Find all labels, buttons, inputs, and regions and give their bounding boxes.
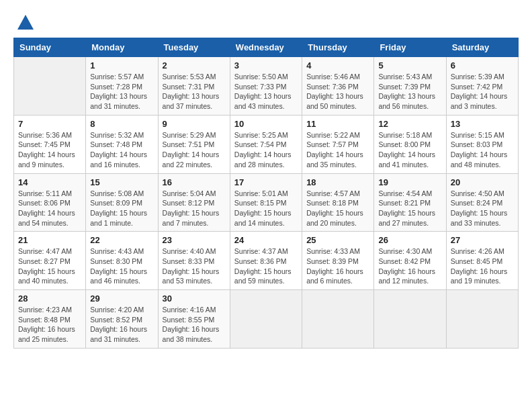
day-number: 14 (18, 177, 81, 187)
calendar-cell: 9Sunrise: 5:29 AM Sunset: 7:51 PM Daylig… (158, 115, 230, 173)
svg-marker-0 (17, 15, 34, 30)
day-info: Sunrise: 4:43 AM Sunset: 8:30 PM Dayligh… (90, 246, 153, 286)
day-info: Sunrise: 5:32 AM Sunset: 7:48 PM Dayligh… (90, 130, 153, 170)
calendar-cell: 18Sunrise: 4:57 AM Sunset: 8:18 PM Dayli… (302, 173, 374, 232)
calendar-cell: 30Sunrise: 4:16 AM Sunset: 8:55 PM Dayli… (158, 290, 230, 349)
calendar-cell: 8Sunrise: 5:32 AM Sunset: 7:48 PM Daylig… (86, 115, 158, 173)
day-info: Sunrise: 4:30 AM Sunset: 8:42 PM Dayligh… (378, 246, 441, 286)
calendar-body: 1Sunrise: 5:57 AM Sunset: 7:28 PM Daylig… (14, 57, 519, 349)
day-info: Sunrise: 4:16 AM Sunset: 8:55 PM Dayligh… (163, 305, 226, 345)
day-number: 2 (163, 60, 226, 71)
day-number: 10 (234, 119, 298, 129)
day-number: 19 (378, 177, 441, 187)
day-header-saturday: Saturday (446, 38, 518, 57)
calendar-cell (446, 290, 518, 349)
day-number: 18 (306, 177, 369, 187)
day-info: Sunrise: 5:15 AM Sunset: 8:03 PM Dayligh… (451, 130, 514, 170)
day-info: Sunrise: 4:20 AM Sunset: 8:52 PM Dayligh… (90, 305, 153, 345)
calendar-cell: 25Sunrise: 4:33 AM Sunset: 8:39 PM Dayli… (302, 232, 374, 290)
day-number: 13 (451, 119, 514, 129)
calendar-cell (14, 57, 86, 116)
calendar-cell: 13Sunrise: 5:15 AM Sunset: 8:03 PM Dayli… (446, 115, 518, 173)
calendar-cell: 19Sunrise: 4:54 AM Sunset: 8:21 PM Dayli… (374, 173, 446, 232)
day-header-thursday: Thursday (302, 38, 374, 57)
calendar-cell (230, 290, 302, 349)
week-row-2: 7Sunrise: 5:36 AM Sunset: 7:45 PM Daylig… (14, 115, 519, 173)
calendar-cell: 7Sunrise: 5:36 AM Sunset: 7:45 PM Daylig… (14, 115, 86, 173)
calendar-cell: 23Sunrise: 4:40 AM Sunset: 8:33 PM Dayli… (158, 232, 230, 290)
day-number: 9 (163, 119, 226, 129)
day-number: 12 (378, 119, 441, 129)
day-info: Sunrise: 5:50 AM Sunset: 7:33 PM Dayligh… (234, 72, 298, 111)
calendar-cell: 5Sunrise: 5:43 AM Sunset: 7:39 PM Daylig… (374, 57, 446, 116)
week-row-5: 28Sunrise: 4:23 AM Sunset: 8:48 PM Dayli… (14, 290, 519, 349)
day-info: Sunrise: 4:50 AM Sunset: 8:24 PM Dayligh… (451, 189, 514, 228)
calendar-cell: 28Sunrise: 4:23 AM Sunset: 8:48 PM Dayli… (14, 290, 86, 349)
calendar-cell: 24Sunrise: 4:37 AM Sunset: 8:36 PM Dayli… (230, 232, 302, 290)
day-number: 27 (451, 235, 514, 245)
day-info: Sunrise: 4:57 AM Sunset: 8:18 PM Dayligh… (306, 189, 369, 228)
day-number: 6 (451, 60, 514, 71)
day-header-friday: Friday (374, 38, 446, 57)
day-info: Sunrise: 4:23 AM Sunset: 8:48 PM Dayligh… (18, 305, 81, 345)
logo (13, 13, 35, 32)
day-header-tuesday: Tuesday (158, 38, 230, 57)
day-info: Sunrise: 5:11 AM Sunset: 8:06 PM Dayligh… (18, 189, 81, 228)
day-number: 11 (306, 119, 369, 129)
day-header-wednesday: Wednesday (230, 38, 302, 57)
calendar-cell: 4Sunrise: 5:46 AM Sunset: 7:36 PM Daylig… (302, 57, 374, 116)
day-number: 7 (18, 119, 81, 129)
day-number: 5 (378, 60, 441, 71)
week-row-3: 14Sunrise: 5:11 AM Sunset: 8:06 PM Dayli… (14, 173, 519, 232)
calendar-cell: 27Sunrise: 4:26 AM Sunset: 8:45 PM Dayli… (446, 232, 518, 290)
week-row-4: 21Sunrise: 4:47 AM Sunset: 8:27 PM Dayli… (14, 232, 519, 290)
day-info: Sunrise: 4:33 AM Sunset: 8:39 PM Dayligh… (306, 246, 369, 286)
day-number: 15 (90, 177, 153, 187)
page-header (13, 13, 519, 32)
week-row-1: 1Sunrise: 5:57 AM Sunset: 7:28 PM Daylig… (14, 57, 519, 116)
day-info: Sunrise: 5:08 AM Sunset: 8:09 PM Dayligh… (90, 189, 153, 228)
day-info: Sunrise: 5:53 AM Sunset: 7:31 PM Dayligh… (163, 72, 226, 111)
day-info: Sunrise: 5:36 AM Sunset: 7:45 PM Dayligh… (18, 130, 81, 170)
day-info: Sunrise: 4:37 AM Sunset: 8:36 PM Dayligh… (234, 246, 298, 286)
day-info: Sunrise: 4:54 AM Sunset: 8:21 PM Dayligh… (378, 189, 441, 228)
day-number: 25 (306, 235, 369, 245)
calendar-cell (302, 290, 374, 349)
day-number: 8 (90, 119, 153, 129)
day-number: 22 (90, 235, 153, 245)
day-info: Sunrise: 5:39 AM Sunset: 7:42 PM Dayligh… (451, 72, 514, 111)
logo-icon (16, 13, 35, 32)
day-header-monday: Monday (86, 38, 158, 57)
day-info: Sunrise: 5:01 AM Sunset: 8:15 PM Dayligh… (234, 189, 298, 228)
day-number: 17 (234, 177, 298, 187)
day-number: 1 (90, 60, 153, 71)
day-number: 3 (234, 60, 298, 71)
calendar-cell: 26Sunrise: 4:30 AM Sunset: 8:42 PM Dayli… (374, 232, 446, 290)
calendar-cell: 12Sunrise: 5:18 AM Sunset: 8:00 PM Dayli… (374, 115, 446, 173)
day-info: Sunrise: 5:04 AM Sunset: 8:12 PM Dayligh… (163, 189, 226, 228)
day-info: Sunrise: 5:22 AM Sunset: 7:57 PM Dayligh… (306, 130, 369, 170)
calendar-cell: 2Sunrise: 5:53 AM Sunset: 7:31 PM Daylig… (158, 57, 230, 116)
calendar-cell: 20Sunrise: 4:50 AM Sunset: 8:24 PM Dayli… (446, 173, 518, 232)
day-info: Sunrise: 5:46 AM Sunset: 7:36 PM Dayligh… (306, 72, 369, 111)
calendar-cell: 15Sunrise: 5:08 AM Sunset: 8:09 PM Dayli… (86, 173, 158, 232)
day-number: 20 (451, 177, 514, 187)
day-number: 4 (306, 60, 369, 71)
day-number: 26 (378, 235, 441, 245)
calendar-cell (374, 290, 446, 349)
calendar-cell: 14Sunrise: 5:11 AM Sunset: 8:06 PM Dayli… (14, 173, 86, 232)
day-info: Sunrise: 4:47 AM Sunset: 8:27 PM Dayligh… (18, 246, 81, 286)
day-number: 24 (234, 235, 298, 245)
day-number: 21 (18, 235, 81, 245)
calendar-cell: 1Sunrise: 5:57 AM Sunset: 7:28 PM Daylig… (86, 57, 158, 116)
calendar-cell: 21Sunrise: 4:47 AM Sunset: 8:27 PM Dayli… (14, 232, 86, 290)
day-info: Sunrise: 4:40 AM Sunset: 8:33 PM Dayligh… (163, 246, 226, 286)
calendar-cell: 22Sunrise: 4:43 AM Sunset: 8:30 PM Dayli… (86, 232, 158, 290)
day-header-sunday: Sunday (14, 38, 86, 57)
calendar-cell: 6Sunrise: 5:39 AM Sunset: 7:42 PM Daylig… (446, 57, 518, 116)
day-info: Sunrise: 5:57 AM Sunset: 7:28 PM Dayligh… (90, 72, 153, 111)
calendar-cell: 10Sunrise: 5:25 AM Sunset: 7:54 PM Dayli… (230, 115, 302, 173)
day-info: Sunrise: 5:43 AM Sunset: 7:39 PM Dayligh… (378, 72, 441, 111)
day-number: 30 (163, 293, 226, 304)
calendar-cell: 17Sunrise: 5:01 AM Sunset: 8:15 PM Dayli… (230, 173, 302, 232)
